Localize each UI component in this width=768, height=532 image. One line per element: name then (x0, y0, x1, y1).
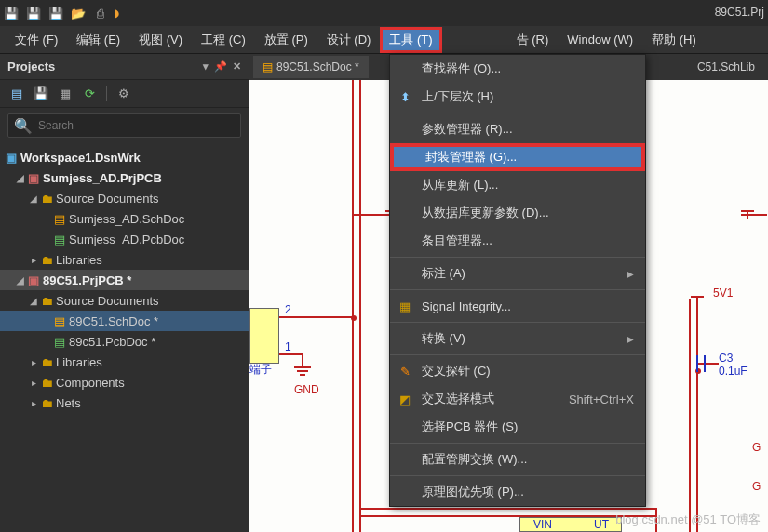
menu-signal-integrity[interactable]: ▦Signal Integrity... (390, 292, 645, 320)
search-input[interactable] (38, 119, 235, 132)
cap-plate (696, 355, 698, 372)
folder-node[interactable]: ▸🖿Libraries (0, 249, 249, 270)
print-icon[interactable]: ⎙ (93, 6, 108, 20)
menu-report[interactable]: 告 (R) (507, 27, 559, 53)
panel-pin-icon[interactable]: 📌 (214, 60, 227, 73)
separator (390, 322, 645, 323)
menu-item-manager[interactable]: 条目管理器... (390, 227, 645, 255)
component-header[interactable] (249, 308, 279, 364)
compile-icon[interactable]: ▦ (58, 86, 73, 101)
project-tree[interactable]: ▣Workspace1.DsnWrk ◢▣Sumjess_AD.PrjPCB ◢… (0, 143, 249, 532)
projects-panel: Projects ▾ 📌 ✕ ▤ 💾 ▦ ⟳ ⚙ 🔍 ▣Workspace1.D… (0, 54, 249, 532)
menu-sch-preferences[interactable]: 原理图优先项 (P)... (390, 478, 645, 506)
menu-footprint-manager[interactable]: 封装管理器 (G)... (390, 143, 645, 171)
settings-icon[interactable]: ⚙ (116, 86, 131, 101)
menu-design[interactable]: 设计 (D) (317, 27, 381, 53)
save-icon[interactable]: 💾 (34, 86, 48, 101)
folder-node[interactable]: ◢🖿Source Documents (0, 188, 249, 208)
menu-edit[interactable]: 编辑 (E) (67, 27, 129, 53)
file-node[interactable]: ▤Sumjess_AD.SchDoc (0, 208, 249, 229)
designator: C3 (719, 352, 733, 365)
quick-access-toolbar: 💾 💾 💾 📂 ⎙ (4, 6, 108, 20)
menu-annotate[interactable]: 标注 (A)▶ (390, 259, 645, 287)
pin-label: UT (594, 518, 609, 531)
watermark: blog.csdn.net @51 TO博客 (615, 512, 761, 528)
separator (390, 443, 645, 444)
power-symbol (741, 210, 754, 212)
folder-node[interactable]: ▸🖿Nets (0, 392, 249, 413)
save-icon[interactable]: 💾 (4, 6, 19, 20)
refresh-icon[interactable]: ⟳ (82, 86, 97, 101)
menubar: 文件 (F) 编辑 (E) 视图 (V) 工程 (C) 放置 (P) 设计 (D… (0, 26, 768, 54)
comp-value: 0.1uF (719, 365, 748, 378)
project-node-active[interactable]: ◢▣89C51.PrjPCB * (0, 270, 249, 290)
menu-view[interactable]: 视图 (V) (129, 27, 192, 53)
submenu-arrow-icon: ▶ (627, 334, 634, 344)
search-box[interactable]: 🔍 (7, 113, 241, 138)
term-label: 端子 (249, 362, 272, 378)
menu-hierarchy[interactable]: ⬍上/下层次 (H) (390, 83, 645, 111)
nav-icon[interactable]: ▤ (9, 86, 24, 101)
menu-help[interactable]: 帮助 (H) (642, 27, 706, 53)
folder-node[interactable]: ◢🖿Source Documents (0, 290, 249, 311)
titlebar: 💾 💾 💾 📂 ⎙ ◗ 89C51.Prj (0, 0, 768, 26)
panel-close-icon[interactable]: ✕ (233, 60, 241, 73)
separator (106, 86, 107, 101)
gnd-label: GND (294, 383, 319, 396)
workspace-node[interactable]: ▣Workspace1.DsnWrk (0, 147, 249, 167)
menu-project[interactable]: 工程 (C) (192, 27, 255, 53)
open-icon[interactable]: 📂 (71, 6, 86, 20)
pin-label: VIN (533, 518, 552, 531)
folder-node[interactable]: ▸🖿Components (0, 372, 249, 392)
probe-icon: ✎ (397, 365, 412, 379)
menu-file[interactable]: 文件 (F) (6, 27, 67, 53)
gnd-symbol (294, 366, 311, 376)
menu-cross-select[interactable]: ◩交叉选择模式Shift+Ctrl+X (390, 385, 645, 413)
menu-update-from-lib[interactable]: 从库更新 (L)... (390, 171, 645, 199)
separator (390, 257, 645, 258)
projects-panel-header: Projects ▾ 📌 ✕ (0, 54, 249, 80)
menu-tools[interactable]: 工具 (T) (380, 27, 441, 53)
menu-param-manager[interactable]: 参数管理器 (R)... (390, 115, 645, 143)
wire (359, 80, 361, 532)
net-label: G (752, 441, 761, 454)
projects-panel-title: Projects (7, 60, 55, 73)
separator (390, 475, 645, 476)
file-node-active[interactable]: ▤89C51.SchDoc * (0, 311, 249, 331)
menu-find-component[interactable]: 查找器件 (O)... (390, 55, 645, 83)
net-label: G (752, 480, 761, 493)
submenu-arrow-icon: ▶ (627, 269, 634, 279)
separator (390, 354, 645, 355)
select-icon: ◩ (397, 392, 412, 406)
menu-update-from-db[interactable]: 从数据库更新参数 (D)... (390, 199, 645, 227)
wire (696, 363, 719, 365)
tab[interactable]: C51.SchLib (688, 56, 764, 78)
menu-window[interactable]: Window (W) (558, 28, 642, 51)
menu-place[interactable]: 放置 (P) (255, 27, 317, 53)
panel-dropdown-icon[interactable]: ▾ (203, 60, 209, 73)
signal-icon: ▦ (397, 299, 412, 313)
pin-number: 2 (285, 303, 291, 316)
project-node[interactable]: ◢▣Sumjess_AD.PrjPCB (0, 167, 249, 188)
menu-convert[interactable]: 转换 (V)▶ (390, 325, 645, 352)
menu-cross-probe[interactable]: ✎交叉探针 (C) (390, 357, 645, 385)
projects-toolbar: ▤ 💾 ▦ ⟳ ⚙ (0, 80, 249, 108)
net-label: 5V1 (713, 286, 733, 299)
power-symbol (691, 296, 704, 298)
window-title: 89C51.Prj (715, 6, 764, 19)
folder-node[interactable]: ▸🖿Libraries (0, 352, 249, 372)
wire (741, 214, 767, 216)
file-node[interactable]: ▤Sumjess_AD.PcbDoc (0, 229, 249, 249)
wire (352, 80, 354, 532)
wire (279, 353, 303, 355)
save-all-icon[interactable]: 💾 (26, 6, 41, 20)
separator (390, 113, 645, 113)
separator (390, 289, 645, 290)
savecopy-icon[interactable]: 💾 (48, 6, 63, 20)
file-node[interactable]: ▤89c51.PcbDoc * (0, 331, 249, 352)
cap-plate (704, 355, 706, 372)
menu-select-pcb[interactable]: 选择PCB 器件 (S) (390, 413, 645, 441)
tab-active[interactable]: ▤89C51.SchDoc * (253, 56, 369, 78)
junction (351, 315, 357, 321)
menu-pin-swap[interactable]: 配置管脚交换 (W)... (390, 446, 645, 473)
